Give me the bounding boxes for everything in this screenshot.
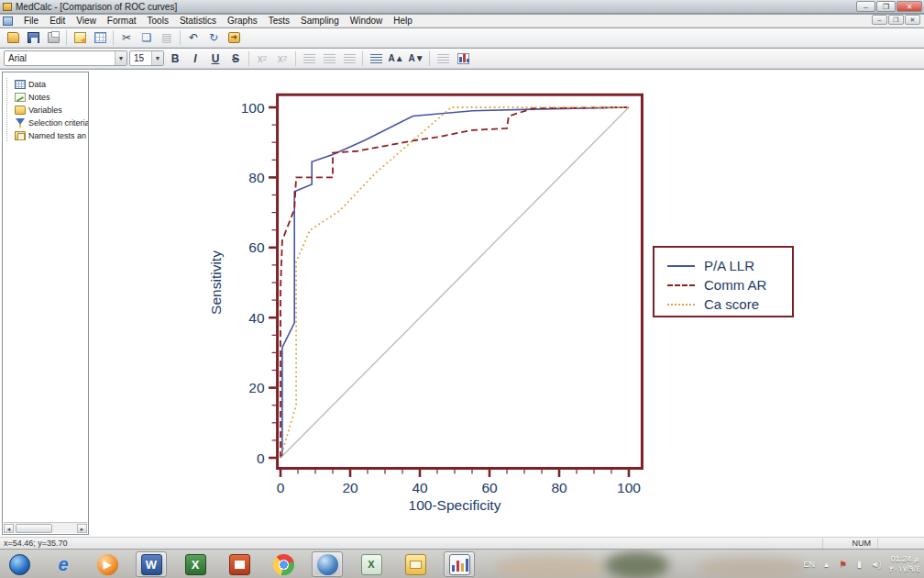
italic-button[interactable]: I [186,50,204,67]
chrome-icon[interactable] [268,551,299,577]
copy-button[interactable]: ❏ [138,29,156,46]
x-axis-tick-label: 40 [412,480,428,495]
menu-item-edit[interactable]: Edit [44,15,71,27]
scrollbar-thumb[interactable] [16,524,52,533]
align-center-button[interactable] [320,50,338,67]
num-lock-indicator: NUM [852,539,872,548]
align-left-button[interactable] [300,50,318,67]
paste-button[interactable]: ▤ [158,29,176,46]
y-axis-title: Sensitivity [208,250,224,315]
sidebar-item-notes[interactable]: Notes [15,91,88,103]
list-button[interactable] [367,50,385,67]
scroll-right-icon[interactable]: ► [77,524,87,533]
legend-entry-comm-ar: Comm AR [667,275,792,295]
bold-button[interactable]: B [166,50,184,67]
redo-button[interactable]: ↻ [204,29,223,46]
folder-app-icon [405,554,426,575]
grid-button[interactable] [91,29,109,46]
export-icon [74,32,86,43]
language-indicator[interactable]: EN [803,560,815,569]
list-icon [370,54,382,63]
network-icon[interactable]: ▮ [854,560,864,569]
chevron-down-icon: ▼ [151,51,163,65]
word-icon[interactable]: W [136,551,167,577]
align-right-button[interactable] [340,50,358,67]
sidebar-item-label: Data [28,80,46,89]
menu-item-tools[interactable]: Tools [142,15,174,27]
sidebar-item-named-tests-an[interactable]: Named tests an [15,129,88,141]
powerpoint-icon[interactable] [224,551,255,577]
underline-button[interactable]: U [206,50,225,67]
action-center-icon[interactable]: ⚑ [838,560,848,569]
y-axis-tick-label: 20 [248,380,265,395]
menu-item-sampling[interactable]: Sampling [295,15,345,27]
y-axis-tick-label: 80 [248,170,265,185]
strike-button[interactable]: S [226,50,245,67]
font-size-select[interactable]: 15▼ [129,50,164,66]
child-restore-button[interactable]: ❐ [888,15,904,25]
start-button[interactable] [4,551,35,577]
menu-item-statistics[interactable]: Statistics [174,15,222,27]
internet-explorer-icon[interactable]: e [48,551,79,577]
title-bar[interactable]: MedCalc - [Comparison of ROC curves] – ❐… [0,0,924,14]
excel-icon[interactable]: X [180,551,211,577]
globe-app-icon[interactable] [312,551,343,577]
tree-horizontal-scrollbar[interactable]: ◄ ► [4,522,87,533]
menu-item-format[interactable]: Format [102,15,142,27]
minimize-button[interactable]: – [856,1,875,12]
child-minimize-button[interactable]: – [872,15,887,25]
scroll-left-icon[interactable]: ◄ [4,524,14,533]
goto-button[interactable] [225,29,243,46]
save-button[interactable] [24,29,42,46]
font-name-select[interactable]: Arial▼ [4,50,127,66]
navigation-tree: DataNotesVariablesSelection criteriaName… [2,72,89,535]
y-axis-tick-label: 0 [257,450,265,466]
cut-button[interactable]: ✂ [117,29,136,46]
menu-item-file[interactable]: File [18,15,44,27]
child-close-button[interactable]: ✕ [905,15,920,25]
menu-item-window[interactable]: Window [345,15,389,27]
open-button[interactable] [4,29,22,46]
sidebar-item-label: Variables [28,106,62,115]
menu-item-tests[interactable]: Tests [263,15,295,27]
align-center-icon [324,54,336,63]
menu-item-help[interactable]: Help [388,15,418,27]
legend-entry-p-a-llr: P/A LLR [667,256,792,275]
excel-document-icon[interactable]: X [356,551,387,577]
legend-line-sample [667,265,695,267]
folder-app-icon[interactable] [400,551,431,577]
x-axis-tick-label: 20 [342,480,358,495]
open-icon [7,32,19,43]
taskbar-clock[interactable]: 01:24 م ٢٠١٧/٩/٤ [889,554,920,574]
shrink-font-button[interactable]: A▼ [407,50,425,67]
chart-icon [457,53,469,64]
medcalc-taskbar-icon[interactable] [444,551,475,577]
grow-font-button[interactable]: A▲ [387,50,405,67]
medcalc-window: MedCalc - [Comparison of ROC curves] – ❐… [0,0,924,578]
clock-date: ٢٠١٧/٩/٤ [889,564,920,574]
export-button[interactable] [71,29,89,46]
superscript-button[interactable]: x2 [273,50,292,67]
chart-button[interactable] [454,50,472,67]
medcalc-taskbar-icon [449,554,470,575]
sidebar-item-data[interactable]: Data [15,78,88,90]
legend-label: Comm AR [704,277,766,293]
tray-expand-icon[interactable]: ▴ [821,560,831,569]
print-button[interactable] [44,29,62,46]
sidebar-item-selection-criteria[interactable]: Selection criteria [15,117,88,128]
media-player-icon[interactable]: ▶ [92,551,123,577]
print-icon [48,32,60,43]
undo-button[interactable]: ↶ [184,29,203,46]
x-axis-tick-label: 80 [551,480,567,495]
x-axis-tick-label: 0 [277,480,285,495]
sidebar-item-variables[interactable]: Variables [15,104,88,116]
subscript-button[interactable]: x2 [253,50,271,67]
menu-item-view[interactable]: View [71,15,102,27]
internet-explorer-icon: e [53,554,74,575]
volume-icon[interactable]: ◄) [871,560,881,569]
maximize-button[interactable]: ❐ [876,1,896,12]
image-button[interactable] [434,50,452,67]
window-title: MedCalc - [Comparison of ROC curves] [16,2,177,12]
menu-item-graphs[interactable]: Graphs [222,15,263,27]
close-button[interactable]: ✕ [896,1,922,12]
